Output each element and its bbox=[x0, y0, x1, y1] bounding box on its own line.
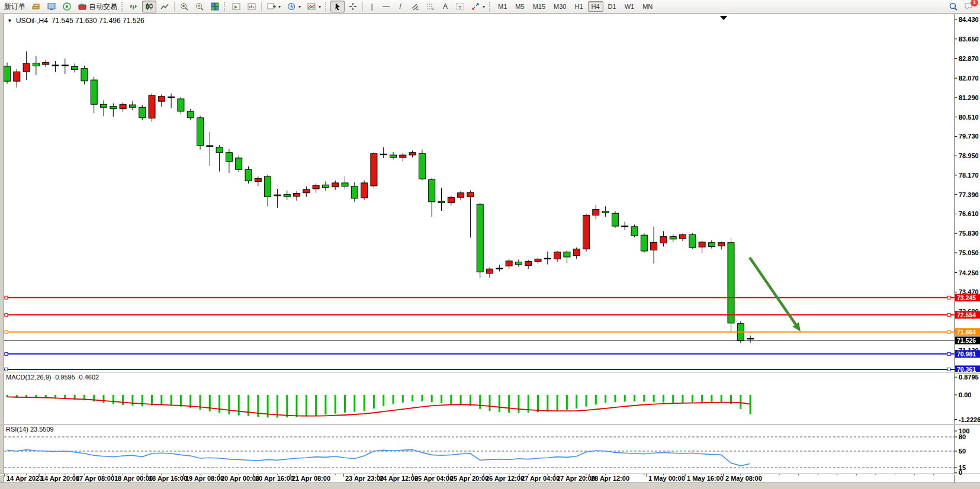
svg-text:2 May 08:00: 2 May 08:00 bbox=[725, 475, 762, 482]
chart-bars-button[interactable] bbox=[127, 1, 141, 12]
svg-text:72.554: 72.554 bbox=[957, 311, 976, 319]
svg-text:82.870: 82.870 bbox=[959, 55, 979, 62]
svg-text:80.510: 80.510 bbox=[959, 114, 979, 121]
trendline-button-glyph: / bbox=[399, 2, 401, 11]
chart-symbol-period: USOil-,H4 bbox=[16, 17, 48, 25]
zoom-out-button[interactable] bbox=[192, 1, 207, 12]
crosshair-button[interactable] bbox=[346, 1, 360, 12]
vline-button-glyph: | bbox=[371, 2, 372, 11]
svg-text:20 Apr 16:00: 20 Apr 16:00 bbox=[255, 475, 294, 482]
tf-m30-button[interactable]: M30 bbox=[550, 1, 570, 12]
svg-text:82.070: 82.070 bbox=[959, 75, 979, 82]
autotrading-button-label: 自动交易 bbox=[89, 2, 117, 12]
autotrading-button[interactable]: 自动交易 bbox=[75, 1, 120, 12]
template-icon bbox=[247, 2, 256, 11]
svg-text:75.050: 75.050 bbox=[959, 249, 979, 256]
toolbar-group-handle[interactable] bbox=[489, 2, 491, 11]
chevron-down-icon[interactable]: ▾ bbox=[319, 4, 321, 9]
market-watch-icon bbox=[31, 2, 41, 11]
toolbar-items: 新订单自动交易▾▾▾|—/EFAT▾ bbox=[1, 1, 494, 12]
hline-button[interactable]: — bbox=[380, 1, 393, 12]
toolbar-group-handle[interactable] bbox=[325, 2, 327, 11]
fibonacci-button[interactable]: F bbox=[423, 1, 438, 12]
chart-canvas[interactable]: 84.43083.65082.87082.07081.29080.51079.7… bbox=[0, 0, 980, 489]
toolbar-separator bbox=[362, 2, 363, 11]
zoom-in-button[interactable] bbox=[177, 1, 191, 12]
toolbar-separator bbox=[174, 2, 175, 11]
chart-candles-button[interactable] bbox=[142, 1, 156, 12]
chart-props-icon bbox=[307, 2, 316, 11]
signals-icon bbox=[62, 2, 72, 11]
indicator-window-button[interactable] bbox=[229, 1, 243, 12]
vline-button[interactable]: | bbox=[365, 1, 378, 12]
template-button[interactable] bbox=[245, 1, 259, 12]
collapse-arrow-icon[interactable]: ▼ bbox=[7, 18, 12, 24]
text-button-glyph: A bbox=[443, 2, 448, 11]
arrows-button[interactable]: ▾ bbox=[468, 1, 487, 12]
signals-button[interactable] bbox=[60, 1, 74, 12]
svg-text:17 Apr 08:00: 17 Apr 08:00 bbox=[76, 475, 114, 482]
channel-icon: E bbox=[410, 2, 420, 11]
zoom-in-icon bbox=[179, 2, 189, 11]
svg-text:0.8795: 0.8795 bbox=[959, 374, 979, 381]
svg-text:E: E bbox=[416, 7, 419, 11]
indicator-window-icon bbox=[232, 2, 241, 11]
label-button[interactable]: T bbox=[453, 1, 467, 12]
new-order-button[interactable]: 新订单 bbox=[2, 1, 28, 12]
notifications-button[interactable]: 1 bbox=[962, 1, 976, 12]
toolbar-group-handle[interactable] bbox=[121, 2, 124, 11]
new-chart-button[interactable]: ▾ bbox=[264, 1, 283, 12]
clock-icon bbox=[287, 2, 296, 11]
text-button[interactable]: A bbox=[439, 1, 452, 12]
tf-m1-button[interactable]: M1 bbox=[494, 1, 510, 12]
trendline-button[interactable]: / bbox=[394, 1, 407, 12]
tf-h4-button[interactable]: H4 bbox=[588, 1, 603, 12]
tf-w1-button[interactable]: W1 bbox=[621, 1, 638, 12]
toolbar-group-handle[interactable] bbox=[224, 2, 226, 11]
label-icon: T bbox=[455, 2, 465, 11]
search-icon bbox=[949, 2, 958, 11]
profiles-button[interactable]: ▾ bbox=[284, 1, 303, 12]
chart-properties-button[interactable]: ▾ bbox=[304, 1, 323, 12]
tf-d1-button[interactable]: D1 bbox=[605, 1, 620, 12]
tf-m15-button[interactable]: M15 bbox=[529, 1, 549, 12]
chevron-down-icon[interactable]: ▾ bbox=[278, 4, 281, 9]
candles-chart-icon bbox=[144, 2, 154, 11]
svg-text:14 Apr 20:00: 14 Apr 20:00 bbox=[41, 475, 79, 482]
svg-text:25 Apr 20:00: 25 Apr 20:00 bbox=[450, 475, 489, 482]
tile-windows-button[interactable] bbox=[208, 1, 222, 12]
svg-text:73.245: 73.245 bbox=[957, 294, 976, 301]
svg-text:83.650: 83.650 bbox=[959, 36, 979, 43]
svg-text:25 Apr 04:00: 25 Apr 04:00 bbox=[415, 475, 453, 482]
svg-text:78.950: 78.950 bbox=[959, 152, 979, 159]
market-watch-button[interactable] bbox=[29, 1, 43, 12]
svg-text:18 Apr 16:00: 18 Apr 16:00 bbox=[149, 475, 187, 482]
svg-text:F: F bbox=[432, 7, 435, 11]
navigator-icon bbox=[47, 2, 56, 11]
svg-text:71.526: 71.526 bbox=[957, 337, 976, 344]
cursor-button[interactable] bbox=[330, 1, 345, 12]
tf-m5-button[interactable]: M5 bbox=[512, 1, 528, 12]
navigator-button[interactable] bbox=[44, 1, 59, 12]
channel-button[interactable]: E bbox=[408, 1, 422, 12]
svg-text:70.981: 70.981 bbox=[957, 350, 976, 358]
svg-text:26 Apr 12:00: 26 Apr 12:00 bbox=[486, 475, 524, 482]
chevron-down-icon[interactable]: ▾ bbox=[483, 4, 485, 9]
svg-text:78.170: 78.170 bbox=[959, 172, 979, 179]
tf-h1-button[interactable]: H1 bbox=[571, 1, 586, 12]
chevron-down-icon[interactable]: ▾ bbox=[298, 4, 301, 9]
tf-mn-button[interactable]: MN bbox=[639, 1, 656, 12]
chart-ohlc-quotes: 71.545 71.630 71.496 71.526 bbox=[52, 17, 144, 25]
svg-text:76.610: 76.610 bbox=[959, 210, 979, 217]
zoom-out-icon bbox=[195, 2, 204, 11]
svg-text:28 Apr 12:00: 28 Apr 12:00 bbox=[591, 475, 629, 482]
macd-indicator-label: MACD(12,26,9) -0.9595 -0.4602 bbox=[6, 374, 99, 381]
svg-text:-1.2226: -1.2226 bbox=[959, 416, 980, 423]
search-button[interactable] bbox=[946, 1, 960, 12]
chart-line-button[interactable] bbox=[158, 1, 172, 12]
bars-chart-icon bbox=[129, 2, 139, 11]
svg-text:50: 50 bbox=[959, 448, 966, 455]
svg-text:79.730: 79.730 bbox=[959, 133, 979, 140]
svg-text:75.830: 75.830 bbox=[959, 230, 979, 237]
timeframe-group: M1M5M15M30H1H4D1W1MN bbox=[494, 1, 657, 12]
